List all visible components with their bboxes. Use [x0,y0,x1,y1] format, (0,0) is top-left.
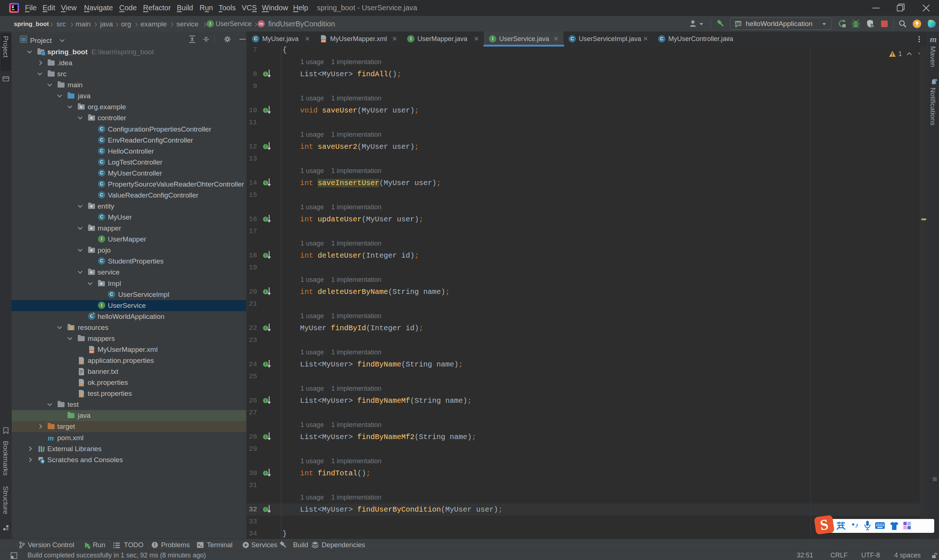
svg-text:<>: <> [322,40,326,43]
svg-text:<>: <> [90,350,94,354]
